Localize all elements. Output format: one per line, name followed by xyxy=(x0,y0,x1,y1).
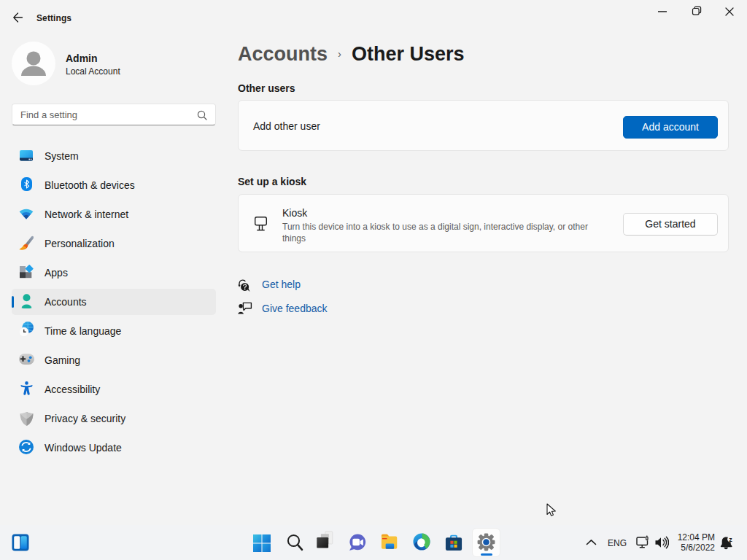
svg-text:z: z xyxy=(729,536,732,543)
